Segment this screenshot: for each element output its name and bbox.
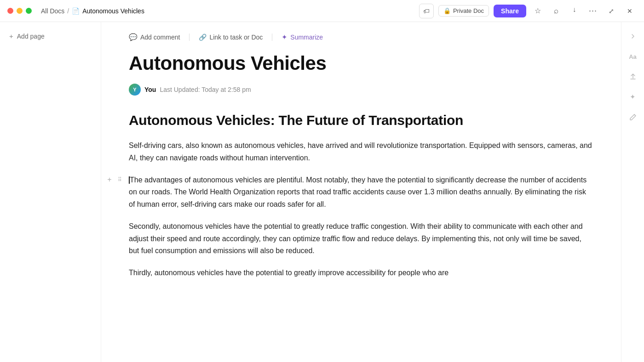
export-button[interactable]: ↑ [568,4,581,18]
add-page-label: Add page [17,33,45,40]
toolbar-separator-1 [189,34,190,41]
edit-icon [629,113,637,121]
comment-icon: 💬 [129,33,138,41]
close-panel-button[interactable]: ✕ [623,4,637,18]
add-block-button[interactable]: + [105,175,114,184]
drag-handle-button[interactable]: ⠿ [115,175,124,184]
export-icon: ↑ [573,7,576,15]
search-icon: ⌕ [554,6,558,16]
breadcrumb: All Docs / 📄 Autonomous Vehicles [41,7,144,15]
star-icon: ☆ [535,6,541,15]
document-title[interactable]: Autonomous Vehicles [129,52,593,74]
more-options-button[interactable]: ··· [586,4,600,18]
tag-icon: 🏷 [423,7,430,15]
author-row: Y You Last Updated: Today at 2:58 pm [129,84,593,96]
right-share-button[interactable] [628,72,638,82]
right-magic-button[interactable]: ✦ [628,92,638,102]
link-task-button[interactable]: 🔗 Link to task or Doc [199,34,263,41]
last-updated: Last Updated: Today at 2:58 pm [160,86,251,93]
search-button[interactable]: ⌕ [549,4,563,18]
breadcrumb-all-docs[interactable]: All Docs [41,7,64,15]
main-content: 💬 Add comment 🔗 Link to task or Doc ✦ Su… [101,22,621,362]
block-controls: + ⠿ [105,175,124,184]
summarize-button[interactable]: ✦ Summarize [282,33,323,41]
add-comment-button[interactable]: 💬 Add comment [129,33,180,41]
right-sidebar: Aa ✦ [621,22,644,362]
breadcrumb-separator: / [67,7,69,15]
fullscreen-button[interactable]: ⤢ [604,4,618,18]
summarize-icon: ✦ [282,33,288,41]
doc-toolbar: 💬 Add comment 🔗 Link to task or Doc ✦ Su… [129,33,593,41]
right-font-button[interactable]: Aa [628,51,638,62]
avatar: Y [129,84,141,96]
share-button[interactable]: Share [494,5,526,17]
private-doc-label: Private Doc [453,7,484,14]
right-collapse-button[interactable] [628,31,638,41]
paragraph-3[interactable]: Secondly, autonomous vehicles have the p… [129,221,593,257]
close-icon: ✕ [627,7,632,15]
fullscreen-icon: ⤢ [609,7,614,15]
content-heading[interactable]: Autonomous Vehicles: The Future of Trans… [129,112,593,129]
paragraph-4[interactable]: Thirdly, autonomous vehicles have the po… [129,267,593,279]
window-controls [7,8,32,14]
paragraph-1[interactable]: Self-driving cars, also known as autonom… [129,140,593,164]
tag-button[interactable]: 🏷 [419,4,434,18]
right-edit-button[interactable] [628,112,638,122]
star-button[interactable]: ☆ [531,4,545,18]
title-bar: All Docs / 📄 Autonomous Vehicles 🏷 🔒 Pri… [0,0,644,22]
more-icon: ··· [589,6,597,16]
document-icon: 📄 [72,7,80,15]
minimize-window-btn[interactable] [17,8,23,14]
left-sidebar: + Add page [0,22,101,362]
lock-icon: 🔒 [443,7,451,14]
collapse-icon [629,33,637,40]
share-up-icon [629,73,637,80]
maximize-window-btn[interactable] [26,8,32,14]
toolbar-separator-2 [272,34,272,41]
author-name: You [144,86,156,93]
add-page-button[interactable]: + Add page [6,29,95,43]
breadcrumb-current-doc: Autonomous Vehicles [82,7,144,15]
paragraph-2[interactable]: + ⠿ The advantages of autonomous vehicle… [129,174,593,210]
link-icon: 🔗 [199,34,207,41]
add-page-icon: + [9,32,13,40]
close-window-btn[interactable] [7,8,13,14]
title-bar-right: 🏷 🔒 Private Doc Share ☆ ⌕ ↑ ··· ⤢ ✕ [419,4,637,18]
private-doc-badge[interactable]: 🔒 Private Doc [438,5,489,17]
title-bar-left: All Docs / 📄 Autonomous Vehicles [7,7,144,15]
